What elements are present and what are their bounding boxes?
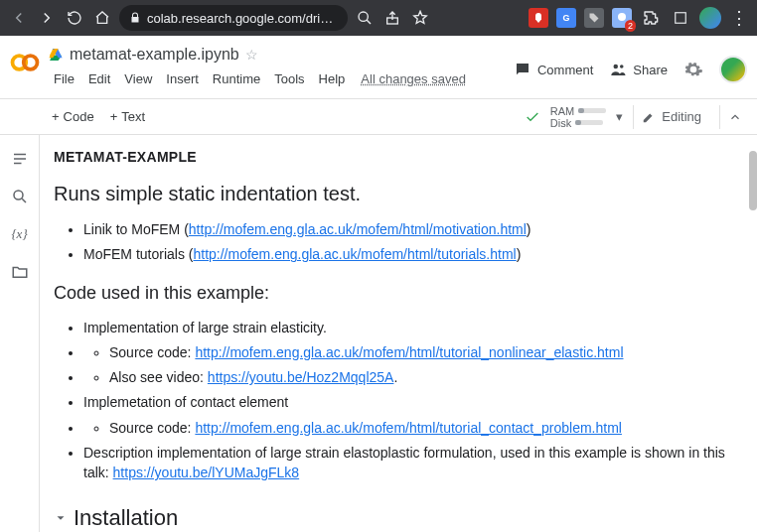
window-icon[interactable] bbox=[670, 7, 691, 29]
menu-edit[interactable]: Edit bbox=[82, 69, 116, 88]
main-area: {x} METAMAT-EXAMPLE Runs simple static i… bbox=[0, 135, 757, 532]
ext-adblock-icon[interactable] bbox=[529, 8, 548, 28]
list-item: Implementation of large strain elasticit… bbox=[83, 318, 737, 337]
svg-point-10 bbox=[620, 65, 624, 68]
star-icon[interactable] bbox=[409, 7, 431, 29]
heading-meta: METAMAT-EXAMPLE bbox=[54, 149, 737, 165]
lock-icon bbox=[129, 12, 141, 24]
doc-title[interactable]: metamat-example.ipynb bbox=[70, 46, 239, 64]
collapse-button[interactable] bbox=[719, 105, 749, 129]
editing-mode-button[interactable]: Editing bbox=[633, 105, 709, 129]
link-elastic[interactable]: http://mofem.eng.gla.ac.uk/mofem/html/tu… bbox=[195, 344, 623, 360]
list-item: Also see video: https://youtu.be/Hoz2Mqq… bbox=[83, 367, 737, 387]
search-icon[interactable] bbox=[10, 187, 30, 206]
link-motivation[interactable]: http://mofem.eng.gla.ac.uk/mofem/html/mo… bbox=[189, 221, 527, 237]
list-item: MoFEM tutorials (http://mofem.eng.gla.ac… bbox=[83, 244, 737, 264]
files-icon[interactable] bbox=[10, 262, 30, 282]
heading-subtitle: Runs simple static indentation test. bbox=[54, 183, 737, 205]
menu-help[interactable]: Help bbox=[313, 69, 352, 88]
link-contact[interactable]: http://mofem.eng.gla.ac.uk/mofem/html/tu… bbox=[195, 420, 622, 436]
connect-dropdown-icon[interactable]: ▾ bbox=[616, 109, 623, 124]
settings-icon[interactable] bbox=[683, 60, 703, 79]
disk-bar bbox=[575, 120, 603, 125]
browser-toolbar: colab.research.google.com/dri… G 2 ⋮ bbox=[0, 0, 757, 36]
heading-installation: Installation bbox=[54, 505, 737, 531]
link-video2[interactable]: https://youtu.be/lYUMaJgFLk8 bbox=[113, 465, 300, 480]
user-avatar[interactable] bbox=[719, 56, 747, 83]
list-item: Source code: http://mofem.eng.gla.ac.uk/… bbox=[83, 342, 737, 362]
left-sidebar: {x} bbox=[0, 135, 40, 532]
resource-meter[interactable]: RAM Disk bbox=[550, 105, 606, 129]
extensions-group: G 2 ⋮ bbox=[529, 7, 749, 29]
share-browser-icon[interactable] bbox=[381, 7, 403, 29]
address-bar[interactable]: colab.research.google.com/dri… bbox=[119, 5, 348, 31]
list-item: Source code: http://mofem.eng.gla.ac.uk/… bbox=[83, 418, 737, 438]
ext-bubble-icon[interactable]: 2 bbox=[612, 8, 632, 28]
pencil-icon bbox=[642, 110, 656, 124]
svg-point-11 bbox=[14, 191, 23, 200]
colab-logo-icon[interactable] bbox=[10, 48, 40, 77]
profile-avatar[interactable] bbox=[699, 7, 721, 29]
notebook-toolbar: +Code +Text RAM Disk ▾ Editing bbox=[0, 99, 757, 135]
ram-bar bbox=[578, 108, 606, 113]
list-item: Linik to MoFEM (http://mofem.eng.gla.ac.… bbox=[83, 219, 737, 239]
ext-badge: 2 bbox=[625, 20, 636, 32]
url-text: colab.research.google.com/dri… bbox=[147, 11, 333, 26]
toc-icon[interactable] bbox=[10, 149, 30, 169]
extensions-icon[interactable] bbox=[640, 7, 662, 29]
svg-point-0 bbox=[359, 12, 368, 21]
zoom-icon[interactable] bbox=[354, 7, 376, 29]
save-status[interactable]: All changes saved bbox=[355, 69, 472, 88]
list-item: Source code: http://mofem.eng.gla.ac.uk/… bbox=[109, 342, 737, 362]
list-item: Implemetation of contact element bbox=[83, 392, 737, 412]
colab-header: metamat-example.ipynb ☆ File Edit View I… bbox=[0, 36, 757, 99]
list-item: Description implementation of large stra… bbox=[83, 443, 737, 483]
ext-tag-icon[interactable] bbox=[584, 8, 604, 28]
heading-code-used: Code used in this example: bbox=[54, 283, 737, 304]
svg-point-9 bbox=[614, 65, 619, 69]
menubar: File Edit View Insert Runtime Tools Help… bbox=[48, 69, 514, 88]
vars-icon[interactable]: {x} bbox=[10, 224, 30, 244]
svg-point-2 bbox=[618, 13, 626, 21]
menu-view[interactable]: View bbox=[118, 69, 158, 88]
link-tutorials[interactable]: http://mofem.eng.gla.ac.uk/mofem/html/tu… bbox=[193, 246, 516, 262]
forward-icon[interactable] bbox=[36, 7, 58, 29]
menu-file[interactable]: File bbox=[48, 69, 80, 88]
doc-star-icon[interactable]: ☆ bbox=[245, 47, 258, 63]
share-button[interactable]: Share bbox=[609, 61, 668, 78]
menu-tools[interactable]: Tools bbox=[268, 69, 310, 88]
svg-rect-3 bbox=[676, 13, 686, 24]
menu-insert[interactable]: Insert bbox=[160, 69, 205, 88]
comment-icon bbox=[514, 61, 531, 78]
add-code-button[interactable]: +Code bbox=[44, 105, 102, 128]
link-video1[interactable]: https://youtu.be/Hoz2Mqql25A bbox=[208, 369, 394, 385]
menu-dots-icon[interactable]: ⋮ bbox=[729, 7, 749, 29]
list-item: Also see video: https://youtu.be/Hoz2Mqq… bbox=[109, 367, 737, 387]
connected-check-icon bbox=[525, 109, 540, 125]
share-icon bbox=[609, 61, 627, 78]
add-text-button[interactable]: +Text bbox=[102, 105, 153, 128]
comment-button[interactable]: Comment bbox=[514, 61, 593, 78]
menu-runtime[interactable]: Runtime bbox=[207, 69, 266, 88]
reload-icon[interactable] bbox=[64, 7, 85, 29]
scrollbar[interactable] bbox=[749, 151, 757, 210]
notebook-content[interactable]: METAMAT-EXAMPLE Runs simple static inden… bbox=[40, 135, 757, 532]
plus-icon: + bbox=[110, 109, 118, 124]
back-icon[interactable] bbox=[8, 7, 30, 29]
plus-icon: + bbox=[52, 109, 60, 124]
ext-translate-icon[interactable]: G bbox=[556, 8, 576, 28]
drive-icon bbox=[48, 47, 64, 63]
chevron-down-icon[interactable] bbox=[54, 511, 68, 525]
list-item: Source code: http://mofem.eng.gla.ac.uk/… bbox=[109, 418, 737, 438]
home-icon[interactable] bbox=[91, 7, 113, 29]
